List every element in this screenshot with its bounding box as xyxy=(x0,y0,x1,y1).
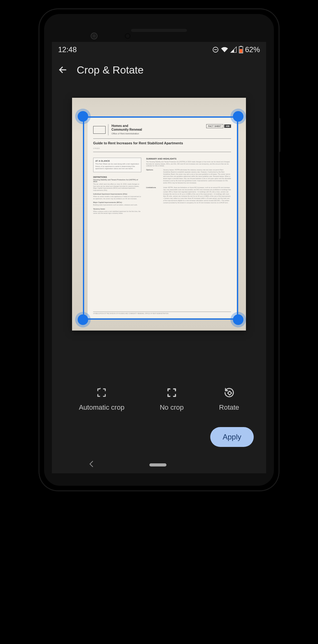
back-button[interactable] xyxy=(55,62,70,78)
no-crop-icon xyxy=(166,386,178,399)
svg-rect-6 xyxy=(228,391,232,395)
battery-percent: 62% xyxy=(245,45,260,54)
sensor xyxy=(125,33,130,39)
status-bar: 12:48 62% xyxy=(52,42,266,57)
volume-button xyxy=(279,177,280,239)
action-row: Automatic crop No crop xyxy=(52,377,266,424)
preview-area: Homes and Community Renewal Office of Re… xyxy=(52,82,266,377)
crop-handle-top-left[interactable] xyxy=(78,111,88,122)
apply-button[interactable]: Apply xyxy=(210,427,254,447)
rotate-button[interactable]: Rotate xyxy=(213,383,245,415)
auto-crop-icon xyxy=(95,386,108,399)
phone-frame: 12:48 62% xyxy=(39,9,279,490)
arrow-left-icon xyxy=(58,65,67,74)
dnd-icon xyxy=(212,46,219,53)
crop-handle-top-right[interactable] xyxy=(233,111,243,122)
battery-icon xyxy=(239,46,243,53)
app-bar: Crop & Rotate xyxy=(52,57,266,82)
power-button xyxy=(279,118,280,152)
scanned-document[interactable]: Homes and Community Renewal Office of Re… xyxy=(72,98,246,331)
crop-handle-bottom-left[interactable] xyxy=(78,314,88,325)
crop-overlay xyxy=(83,116,238,320)
screen: 12:48 62% xyxy=(52,42,266,473)
page-title: Crop & Rotate xyxy=(77,64,143,76)
rotate-icon xyxy=(223,386,235,399)
crop-border[interactable] xyxy=(83,116,238,320)
svg-rect-4 xyxy=(239,49,242,53)
nav-home-pill[interactable] xyxy=(149,463,166,466)
front-camera xyxy=(91,33,98,39)
nav-back-button[interactable] xyxy=(89,461,93,469)
signal-icon xyxy=(230,46,237,53)
system-nav-bar xyxy=(52,456,266,473)
speaker-grille xyxy=(131,29,187,32)
crop-handle-bottom-right[interactable] xyxy=(233,314,243,325)
automatic-crop-button[interactable]: Automatic crop xyxy=(73,383,131,415)
no-crop-button[interactable]: No crop xyxy=(153,383,190,415)
wifi-icon xyxy=(221,46,228,53)
status-time: 12:48 xyxy=(58,45,77,54)
apply-row: Apply xyxy=(52,424,266,456)
